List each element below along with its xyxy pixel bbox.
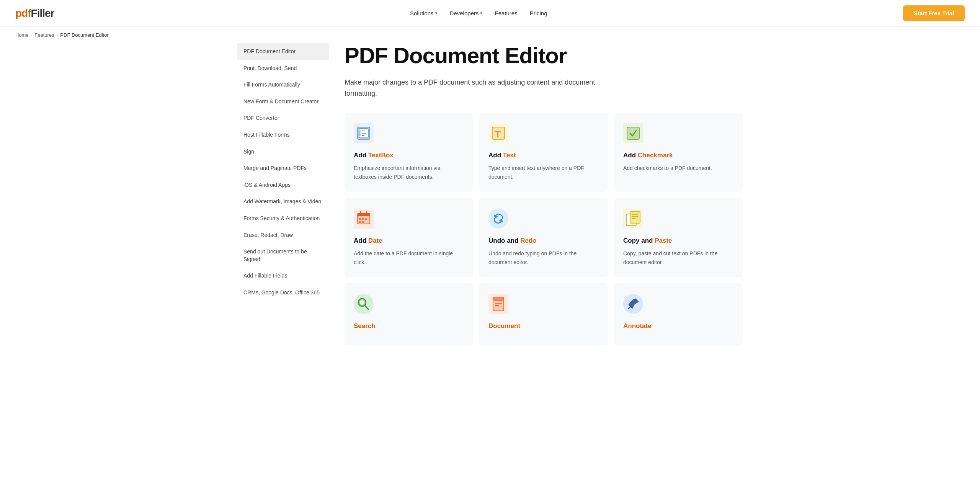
main-nav: Solutions ▾ Developers ▾ Features Pricin… [410, 10, 547, 16]
svg-rect-18 [359, 221, 361, 223]
breadcrumb-sep-2: › [57, 33, 58, 38]
card-copy-title: Copy and Paste [623, 237, 733, 245]
card-date-title: Add Date [354, 237, 464, 245]
breadcrumb-sep-1: › [31, 33, 33, 38]
card-textbox: Add TextBox Emphasize important informat… [345, 113, 473, 192]
card-undo-desc: Undo and redo typing on PDFs in the docu… [488, 249, 599, 266]
sidebar-item-ios-android[interactable]: iOS & Android Apps [237, 177, 329, 194]
start-trial-button[interactable]: Start Free Trial [903, 5, 965, 21]
card-textbox-title: Add TextBox [354, 152, 464, 159]
sidebar-item-converter[interactable]: PDF Converter [237, 110, 329, 127]
svg-rect-6 [359, 130, 361, 136]
breadcrumb: Home › Features › PDF Document Editor [0, 27, 980, 43]
pin-icon [623, 294, 643, 314]
date-icon [354, 209, 374, 229]
sidebar-item-fill-forms[interactable]: Fill Forms Automatically [237, 77, 329, 93]
sidebar: PDF Document Editor Print, Download, Sen… [237, 43, 329, 345]
card-copy: Copy and Paste Copy, paste and cut text … [614, 198, 743, 277]
nav-solutions[interactable]: Solutions ▾ [410, 10, 438, 16]
checkmark-icon [623, 123, 643, 143]
sidebar-item-send-signed[interactable]: Send out Documents to be Signed [237, 243, 329, 268]
search-feature-icon [354, 294, 374, 314]
document-icon [488, 294, 508, 314]
svg-rect-19 [362, 221, 364, 223]
card-checkmark-desc: Add checkmarks to a PDF document. [623, 164, 733, 172]
svg-rect-15 [359, 218, 361, 220]
sidebar-item-sign[interactable]: Sign [237, 144, 329, 160]
textbox-icon [354, 123, 374, 143]
card-checkmark-title: Add Checkmark [623, 152, 733, 159]
sidebar-item-merge[interactable]: Merge and Paginate PDFs [237, 160, 329, 177]
card-text: T Add Text Type and insert text anywhere… [479, 113, 608, 192]
svg-point-22 [488, 209, 508, 229]
nav-pricing[interactable]: Pricing [530, 10, 547, 16]
svg-rect-14 [358, 213, 370, 216]
copy-icon [623, 209, 643, 229]
card-search-title: Search [354, 322, 464, 330]
sidebar-item-fillable-fields[interactable]: Add Fillable Fields [237, 268, 329, 284]
svg-rect-17 [365, 218, 367, 220]
nav-developers[interactable]: Developers ▾ [450, 10, 483, 16]
nav-features[interactable]: Features [495, 10, 517, 16]
card-text-desc: Type and insert text anywhere on a PDF d… [488, 164, 599, 181]
logo[interactable]: pdfFiller [15, 7, 54, 20]
chevron-down-icon: ▾ [480, 11, 482, 16]
card-search: Search [345, 283, 473, 345]
sidebar-item-erase[interactable]: Erase, Redact, Draw [237, 227, 329, 244]
sidebar-item-new-form[interactable]: New Form & Document Creator [237, 93, 329, 110]
sidebar-item-forms-security[interactable]: Forms Security & Authentication [237, 210, 329, 227]
breadcrumb-current: PDF Document Editor [60, 32, 108, 38]
card-doc: Document [479, 283, 608, 345]
svg-rect-38 [493, 297, 504, 301]
svg-text:T: T [495, 129, 501, 139]
sidebar-item-crms[interactable]: CRMs, Google Docs, Office 365 [237, 284, 329, 301]
card-checkmark: Add Checkmark Add checkmarks to a PDF do… [614, 113, 743, 192]
card-undo-title: Undo and Redo [488, 237, 599, 245]
sidebar-item-host-forms[interactable]: Host Fillable Forms [237, 127, 329, 144]
sidebar-item-pdf-editor[interactable]: PDF Document Editor [237, 43, 329, 60]
page-subtitle: Make major changes to a PDF document suc… [345, 77, 605, 99]
sidebar-item-print[interactable]: Print, Download, Send [237, 60, 329, 77]
breadcrumb-home[interactable]: Home [15, 32, 29, 38]
card-text-title: Add Text [488, 152, 599, 159]
card-doc-title: Document [488, 322, 599, 330]
svg-point-31 [360, 300, 364, 305]
logo-text: pdfFiller [15, 7, 54, 20]
breadcrumb-features[interactable]: Features [34, 32, 54, 38]
main-layout: PDF Document Editor Print, Download, Sen… [222, 43, 758, 368]
card-date-desc: Add the date to a PDF document in single… [354, 249, 464, 266]
svg-rect-11 [627, 127, 639, 139]
svg-rect-16 [362, 218, 364, 220]
main-content: PDF Document Editor Make major changes t… [345, 43, 743, 345]
undo-icon [488, 209, 508, 229]
features-grid: Add TextBox Emphasize important informat… [345, 113, 743, 345]
text-icon: T [488, 123, 508, 143]
chevron-down-icon: ▾ [435, 11, 438, 16]
sidebar-item-watermark[interactable]: Add Watermark, Images & Video [237, 193, 329, 210]
page-title: PDF Document Editor [345, 43, 743, 68]
card-copy-desc: Copy, paste and cut text on PDFs in the … [623, 249, 733, 266]
header: pdfFiller Solutions ▾ Developers ▾ Featu… [0, 0, 980, 27]
card-pin: Annotate [614, 283, 743, 345]
card-textbox-desc: Emphasize important information via text… [354, 164, 464, 181]
card-date: Add Date Add the date to a PDF document … [345, 198, 473, 277]
card-pin-title: Annotate [623, 322, 733, 330]
card-undo: Undo and Redo Undo and redo typing on PD… [479, 198, 608, 277]
svg-rect-25 [630, 212, 640, 223]
